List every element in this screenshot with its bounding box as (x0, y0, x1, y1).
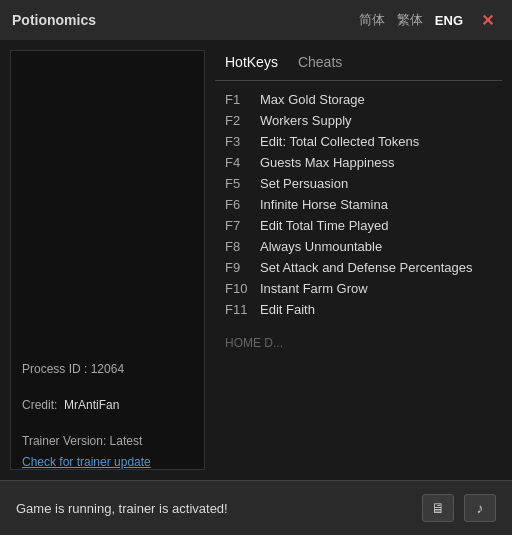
cheat-name: Edit Faith (260, 302, 315, 317)
cheat-name: Guests Max Happiness (260, 155, 394, 170)
cheat-key: F10 (225, 281, 260, 296)
lang-eng-button[interactable]: ENG (435, 13, 463, 28)
close-button[interactable]: ✕ (475, 9, 500, 32)
cheat-item: F5Set Persuasion (225, 173, 492, 194)
cheat-item: F7Edit Total Time Played (225, 215, 492, 236)
cheat-name: Instant Farm Grow (260, 281, 368, 296)
cheat-key: F4 (225, 155, 260, 170)
cheat-name: Max Gold Storage (260, 92, 365, 107)
cheat-key: F3 (225, 134, 260, 149)
cheat-key: F5 (225, 176, 260, 191)
music-icon[interactable]: ♪ (464, 494, 496, 522)
tab-cheats[interactable]: Cheats (298, 52, 342, 72)
monitor-icon[interactable]: 🖥 (422, 494, 454, 522)
home-div-label: HOME D... (215, 332, 502, 354)
cheat-item: F10Instant Farm Grow (225, 278, 492, 299)
info-panel: Process ID : 12064 Credit: MrAntiFan Tra… (10, 352, 205, 480)
cheat-item: F2Workers Supply (225, 110, 492, 131)
tab-hotkeys[interactable]: HotKeys (225, 52, 278, 72)
cheat-key: F8 (225, 239, 260, 254)
title-bar: Potionomics 简体 繁体 ENG ✕ (0, 0, 512, 40)
cheat-name: Always Unmountable (260, 239, 382, 254)
cheat-list: F1Max Gold StorageF2Workers SupplyF3Edit… (215, 81, 502, 328)
cheat-item: F8Always Unmountable (225, 236, 492, 257)
cheat-name: Edit: Total Collected Tokens (260, 134, 419, 149)
cheat-key: F6 (225, 197, 260, 212)
lang-cn-simple-button[interactable]: 简体 (359, 11, 385, 29)
cheat-item: F4Guests Max Happiness (225, 152, 492, 173)
cheat-key: F7 (225, 218, 260, 233)
cheat-name: Set Attack and Defense Percentages (260, 260, 472, 275)
tabs-container: HotKeys Cheats (215, 40, 502, 81)
bottom-icons: 🖥 ♪ (422, 494, 496, 522)
cheat-item: F6Infinite Horse Stamina (225, 194, 492, 215)
right-panel: HotKeys Cheats F1Max Gold StorageF2Worke… (205, 40, 512, 480)
lang-cn-trad-button[interactable]: 繁体 (397, 11, 423, 29)
cheat-name: Edit Total Time Played (260, 218, 388, 233)
cheat-key: F1 (225, 92, 260, 107)
process-id-label: Process ID : 12064 (22, 362, 193, 376)
credit-value: MrAntiFan (64, 398, 119, 412)
cheat-item: F11Edit Faith (225, 299, 492, 320)
title-bar-controls: 简体 繁体 ENG ✕ (359, 9, 500, 32)
cheat-key: F11 (225, 302, 260, 317)
cheat-name: Infinite Horse Stamina (260, 197, 388, 212)
cheat-item: F1Max Gold Storage (225, 89, 492, 110)
update-link[interactable]: Check for trainer update (22, 455, 151, 469)
app-title: Potionomics (12, 12, 96, 28)
cheat-item: F3Edit: Total Collected Tokens (225, 131, 492, 152)
cheat-key: F2 (225, 113, 260, 128)
bottom-bar: Game is running, trainer is activated! 🖥… (0, 480, 512, 535)
cheat-item: F9Set Attack and Defense Percentages (225, 257, 492, 278)
cheat-name: Set Persuasion (260, 176, 348, 191)
credit-label: Credit: MrAntiFan (22, 398, 193, 412)
trainer-version-label: Trainer Version: Latest (22, 434, 193, 448)
cheat-key: F9 (225, 260, 260, 275)
cheat-name: Workers Supply (260, 113, 352, 128)
status-message: Game is running, trainer is activated! (16, 501, 228, 516)
